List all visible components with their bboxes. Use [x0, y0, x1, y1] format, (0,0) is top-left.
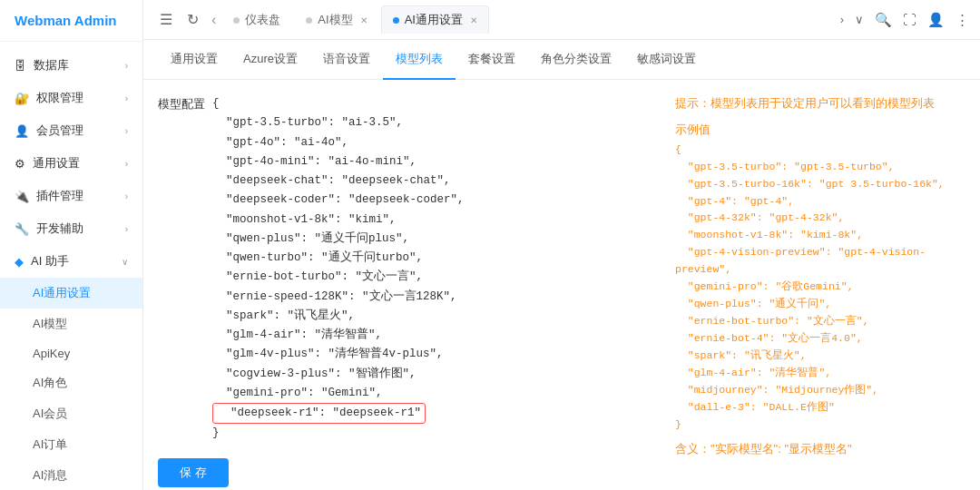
chevron-icon: › [125, 93, 128, 103]
ai-icon: ◆ [15, 255, 24, 269]
hint-line-13: "midjourney": "Midjourney作图", [675, 382, 965, 399]
hint-line-10: "ernie-bot-4": "文心一言4.0", [675, 330, 965, 348]
main-area: ☰ ↻ ‹ 仪表盘 AI模型 ✕ AI通用设置 ✕ [143, 0, 980, 490]
sidebar-item-database[interactable]: 🗄 数据库 › [0, 49, 142, 82]
save-section: 保 存 [158, 458, 653, 487]
topbar: ☰ ↻ ‹ 仪表盘 AI模型 ✕ AI通用设置 ✕ [143, 0, 980, 40]
config-line-6: "moonshot-v1-8k": "kimi", [212, 211, 653, 230]
sidebar-item-member[interactable]: 👤 会员管理 › [0, 114, 142, 147]
user-icon[interactable]: 👤 [927, 12, 945, 28]
hint-line-11: "spark": "讯飞星火", [675, 348, 965, 365]
config-line-15: "gemini-pro": "Gemini", [212, 384, 653, 403]
sidebar-sub-ai-member[interactable]: AI会员 [0, 398, 142, 429]
tab-ai-model[interactable]: AI模型 ✕ [294, 5, 378, 34]
hint-brace-open: { [675, 142, 965, 159]
hint-example-label: 示例值 [675, 121, 965, 140]
config-editor: { "gpt-3.5-turbo": "ai-3.5", "gpt-4o": "… [212, 94, 653, 444]
sidebar-item-general[interactable]: ⚙ 通用设置 › [0, 147, 142, 180]
tab-forward-icon[interactable]: › [840, 13, 844, 26]
tab-ai-general[interactable]: AI通用设置 ✕ [381, 5, 489, 34]
hint-example: 示例值 { "gpt-3.5-turbo": "gpt-3.5-turbo", … [675, 121, 965, 434]
devtools-icon: 🔧 [15, 222, 29, 236]
config-line-4: "deepseek-chat": "deepseek-chat", [212, 172, 653, 191]
chevron-icon: › [125, 191, 128, 201]
chevron-icon: › [125, 159, 128, 169]
config-line-14: "cogview-3-plus": "智谱作图", [212, 365, 653, 384]
app-logo: Webman Admin [0, 0, 142, 42]
hint-line-2: "gpt-3.5-turbo-16k": "gpt 3.5-turbo-16k"… [675, 176, 965, 193]
save-button[interactable]: 保 存 [158, 458, 229, 487]
sub-tabs: 通用设置 Azure设置 语音设置 模型列表 套餐设置 角色分类设置 敏感词设置 [143, 40, 980, 80]
hint-line-6: "gpt-4-vision-preview": "gpt-4-vision-pr… [675, 244, 965, 279]
config-block: 模型配置 { "gpt-3.5-turbo": "ai-3.5", "gpt-4… [158, 94, 653, 444]
more-icon[interactable]: ⋮ [956, 12, 969, 28]
topbar-right: › ∨ 🔍 ⛶ 👤 ⋮ [840, 12, 969, 28]
hint-line-3: "gpt-4": "gpt-4", [675, 193, 965, 211]
sidebar-sub-apikey[interactable]: ApiKey [0, 339, 142, 368]
config-line-8: "qwen-turbo": "通义千问turbo", [212, 249, 653, 268]
config-line-2: "gpt-4o": "ai-4o", [212, 133, 653, 152]
hint-box: 提示：模型列表用于设定用户可以看到的模型列表 示例值 { "gpt-3.5-tu… [675, 94, 965, 457]
database-icon: 🗄 [15, 59, 26, 73]
plugin-icon: 🔌 [15, 190, 29, 203]
sidebar-sub-ai-general[interactable]: AI通用设置 [0, 278, 142, 309]
sub-tab-azure[interactable]: Azure设置 [230, 40, 310, 80]
hint-line-14: "dall-e-3": "DALL.E作图" [675, 399, 965, 416]
sub-tab-sensitive[interactable]: 敏感词设置 [624, 40, 709, 80]
sidebar-item-ai[interactable]: ◆ AI 助手 ∨ [0, 245, 142, 278]
config-line-13: "glm-4v-plus": "清华智普4v-plus", [212, 345, 653, 364]
sidebar-item-plugin[interactable]: 🔌 插件管理 › [0, 180, 142, 212]
sub-tab-model-list[interactable]: 模型列表 [383, 40, 456, 80]
tab-close-icon[interactable]: ✕ [470, 15, 477, 25]
sidebar: Webman Admin 🗄 数据库 › 🔐 权限管理 › 👤 会员管理 › [0, 0, 143, 490]
hint-line-9: "ernie-bot-turbo": "文心一言", [675, 313, 965, 330]
hint-line-8: "qwen-plus": "通义千问", [675, 296, 965, 313]
sidebar-item-devtools[interactable]: 🔧 开发辅助 › [0, 212, 142, 245]
right-panel: 提示：模型列表用于设定用户可以看到的模型列表 示例值 { "gpt-3.5-tu… [675, 94, 965, 475]
config-line-3: "gpt-4o-mini": "ai-4o-mini", [212, 152, 653, 172]
sub-tab-role-category[interactable]: 角色分类设置 [528, 40, 624, 80]
tab-dot [233, 17, 240, 24]
sidebar-menu: 🗄 数据库 › 🔐 权限管理 › 👤 会员管理 › ⚙ 通用设置 › [0, 42, 142, 490]
sidebar-item-auth[interactable]: 🔐 权限管理 › [0, 82, 142, 114]
tab-back-icon[interactable]: ‹ [208, 12, 220, 28]
hint-line-7: "gemini-pro": "谷歌Gemini", [675, 279, 965, 296]
sidebar-sub-ai-role[interactable]: AI角色 [0, 368, 142, 398]
hint-line-4: "gpt-4-32k": "gpt-4-32k", [675, 210, 965, 227]
sub-tab-package[interactable]: 套餐设置 [456, 40, 528, 80]
sidebar-sub-ai-order[interactable]: AI订单 [0, 429, 142, 460]
search-icon[interactable]: 🔍 [875, 12, 892, 28]
tab-close-icon[interactable]: ✕ [360, 15, 368, 25]
hint-meaning: 含义："实际模型名": "显示模型名" [675, 441, 965, 457]
auth-icon: 🔐 [15, 92, 29, 105]
config-line-1: "gpt-3.5-turbo": "ai-3.5", [212, 113, 653, 132]
refresh-icon[interactable]: ↻ [181, 7, 204, 32]
config-line-10: "ernie-speed-128K": "文心一言128K", [212, 288, 653, 307]
fullscreen-icon[interactable]: ⛶ [903, 12, 916, 27]
tab-dot [306, 17, 312, 24]
hint-line-5: "moonshot-v1-8k": "kimi-8k", [675, 227, 965, 244]
left-panel: 模型配置 { "gpt-3.5-turbo": "ai-3.5", "gpt-4… [158, 94, 653, 475]
hint-line-12: "glm-4-air": "清华智普", [675, 365, 965, 382]
config-line-5: "deepseek-coder": "deepseek-coder", [212, 191, 653, 210]
config-line-highlighted: "deepseek-r1": "deepseek-r1" [212, 403, 426, 424]
hint-line-1: "gpt-3.5-turbo": "gpt-3.5-turbo", [675, 159, 965, 176]
tab-dashboard[interactable]: 仪表盘 [221, 5, 292, 34]
tabs-bar: ‹ 仪表盘 AI模型 ✕ AI通用设置 ✕ [208, 5, 489, 34]
chevron-icon: ∨ [122, 257, 128, 267]
sub-tab-general[interactable]: 通用设置 [158, 40, 230, 80]
sub-tab-voice[interactable]: 语音设置 [310, 40, 383, 80]
chevron-icon: › [125, 224, 128, 234]
topbar-left: ☰ ↻ ‹ 仪表盘 AI模型 ✕ AI通用设置 ✕ [154, 5, 489, 34]
sidebar-sub-ai-message[interactable]: AI消息 [0, 460, 142, 490]
tab-expand-icon[interactable]: ∨ [855, 13, 864, 26]
config-line-12: "glm-4-air": "清华智普", [212, 326, 653, 345]
chevron-icon: › [125, 126, 128, 136]
main-content: 模型配置 { "gpt-3.5-turbo": "ai-3.5", "gpt-4… [143, 80, 980, 490]
sidebar-sub-ai-model[interactable]: AI模型 [0, 309, 142, 339]
hint-title: 提示：模型列表用于设定用户可以看到的模型列表 [675, 94, 965, 113]
config-line-9: "ernie-bot-turbo": "文心一言", [212, 268, 653, 287]
config-line-7: "qwen-plus": "通义千问plus", [212, 230, 653, 249]
general-icon: ⚙ [15, 157, 25, 171]
menu-icon[interactable]: ☰ [154, 7, 178, 32]
